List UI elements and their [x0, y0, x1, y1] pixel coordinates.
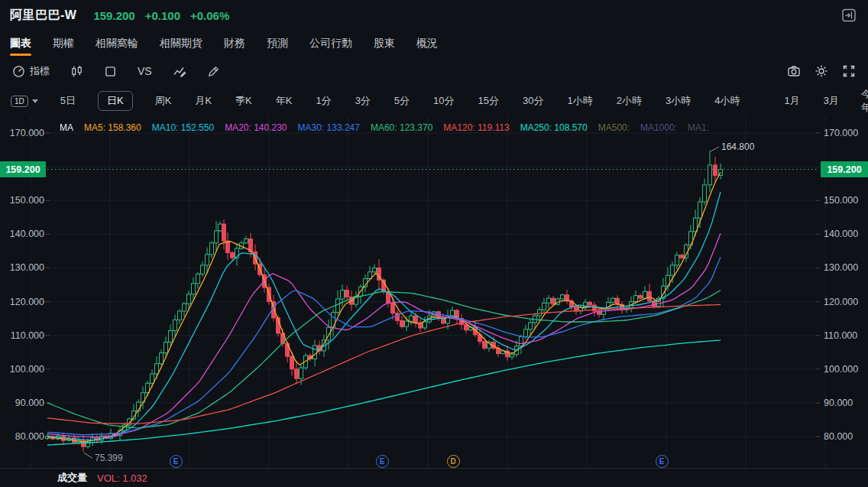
square-icon	[104, 65, 117, 78]
timeframe-5日[interactable]: 5日	[59, 91, 77, 111]
ma-legend-MA1: MA1:	[688, 122, 709, 133]
price-axis-label: 100.000	[824, 363, 858, 375]
chart-edit-icon	[173, 64, 186, 78]
tab-相關期貨[interactable]: 相關期貨	[160, 31, 202, 57]
price-axis-label: 120.000	[0, 296, 44, 308]
price-change-percent: +0.06%	[190, 9, 229, 22]
screenshot-button[interactable]	[787, 64, 801, 78]
event-marker-d[interactable]: D	[447, 455, 460, 468]
fullscreen-button[interactable]	[842, 64, 856, 78]
timeframe-4小時[interactable]: 4小時	[713, 91, 741, 111]
compare-button[interactable]: VS	[138, 65, 152, 77]
quote: 159.200 +0.100 +0.06%	[93, 9, 229, 22]
price-axis-label: 150.000	[824, 194, 858, 206]
ma-legend-MA120: MA120: 119.113	[443, 122, 509, 133]
timeframe-年K[interactable]: 年K	[274, 91, 294, 111]
candlestick-icon	[70, 65, 83, 78]
tab-財務[interactable]: 財務	[224, 31, 245, 57]
timeframe-10分[interactable]: 10分	[432, 91, 455, 111]
chart-canvas[interactable]: 164.80075.399	[0, 116, 868, 468]
header: 阿里巴巴-W 159.200 +0.100 +0.06%	[0, 0, 868, 31]
collapse-panel-icon[interactable]	[840, 7, 857, 24]
timeframe-今年[interactable]: 今年	[861, 87, 868, 115]
tab-公司行動[interactable]: 公司行動	[309, 31, 352, 57]
layout-button[interactable]	[104, 65, 117, 78]
tab-圖表[interactable]: 圖表	[10, 31, 31, 57]
ma-legend-MA1000: MA1000:	[640, 122, 677, 133]
low-price-label: 75.399	[95, 453, 123, 463]
pen-icon	[207, 65, 220, 78]
tab-概況[interactable]: 概況	[416, 31, 438, 57]
chart-toolbar: 指標 VS	[0, 57, 868, 86]
timeframe-季K[interactable]: 季K	[234, 91, 254, 111]
price-axis-label: 130.000	[0, 261, 44, 274]
event-marker-e[interactable]: E	[170, 455, 183, 468]
timeframe-1分[interactable]: 1分	[314, 91, 332, 111]
high-price-label: 164.800	[721, 141, 755, 152]
timeframe-3月[interactable]: 3月	[822, 91, 840, 111]
price-axis-label: 80.000	[824, 430, 853, 443]
price-axis-label: 120.000	[824, 296, 858, 308]
ma60-line	[47, 291, 721, 428]
gauge-icon	[12, 65, 25, 78]
current-price-badge: 159.200	[0, 161, 46, 177]
price-axis-label: 110.000	[0, 330, 44, 342]
stock-title: 阿里巴巴-W	[10, 8, 76, 24]
ma-legend-MA20: MA20: 140.230	[225, 122, 287, 133]
price-axis-label: 80.000	[0, 430, 44, 443]
chevron-down-icon	[32, 99, 38, 103]
volume-value: VOL: 1.032	[97, 472, 147, 484]
last-price: 159.200	[93, 9, 134, 22]
candlestick-series	[46, 151, 723, 452]
tab-股東[interactable]: 股東	[374, 31, 395, 57]
current-price-badge: 159.200	[821, 161, 868, 177]
chart-annotate-button[interactable]	[173, 64, 186, 78]
price-axis-label: 150.000	[0, 194, 44, 206]
chart-area: 164.80075.399 MAMA5: 158.360MA10: 152.55…	[0, 116, 868, 468]
price-axis-label: 140.000	[824, 228, 858, 240]
tab-預測[interactable]: 預測	[267, 31, 288, 57]
candle-style-button[interactable]	[70, 65, 83, 78]
event-marker-e[interactable]: E	[376, 455, 389, 468]
tab-期權[interactable]: 期權	[53, 31, 74, 57]
price-axis-label: 140.000	[0, 228, 44, 240]
timeframe-bar: 1D 5日日K周K月K季K年K1分3分5分10分15分30分1小時2小時3小時4…	[0, 86, 868, 116]
camera-icon	[787, 64, 801, 78]
period-dropdown[interactable]: 1D	[11, 96, 38, 107]
volume-pane-header: 成交量 VOL: 1.032	[0, 468, 868, 487]
price-axis-label: 90.000	[824, 397, 853, 409]
timeframe-1小時[interactable]: 1小時	[566, 91, 594, 111]
timeframe-日K[interactable]: 日K	[98, 91, 133, 111]
timeframe-周K[interactable]: 周K	[154, 91, 173, 111]
timeframe-2小時[interactable]: 2小時	[615, 91, 643, 111]
ma-legend: MAMA5: 158.360MA10: 152.550MA20: 140.230…	[60, 122, 709, 133]
tab-相關窩輪[interactable]: 相關窩輪	[96, 31, 138, 57]
timeframe-月K[interactable]: 月K	[193, 91, 213, 111]
ma-legend-MA30: MA30: 133.247	[298, 122, 360, 133]
ma-legend-MA10: MA10: 152.550	[152, 122, 214, 133]
price-change: +0.100	[145, 9, 180, 22]
price-axis-label: 130.000	[824, 261, 858, 274]
vs-label: VS	[138, 65, 152, 77]
timeframe-15分[interactable]: 15分	[477, 91, 500, 111]
active-tab-underline	[10, 54, 31, 56]
price-axis-label: 170.000	[824, 127, 858, 139]
timeframe-3小時[interactable]: 3小時	[664, 91, 692, 111]
ma-legend-MA250: MA250: 108.570	[520, 122, 588, 133]
price-axis-label: 110.000	[824, 330, 857, 342]
event-marker-e[interactable]: E	[656, 455, 669, 468]
fullscreen-icon	[842, 64, 856, 78]
gear-icon	[815, 64, 828, 78]
timeframe-5分[interactable]: 5分	[393, 91, 411, 111]
settings-button[interactable]	[815, 64, 828, 78]
indicator-button[interactable]: 指標	[12, 64, 50, 78]
timeframe-3分[interactable]: 3分	[354, 91, 372, 111]
timeframe-30分[interactable]: 30分	[521, 91, 545, 111]
grid	[31, 116, 825, 468]
tab-bar: 圖表期權相關窩輪相關期貨財務預測公司行動股東概況	[0, 31, 868, 57]
ma-legend-MA500: MA500:	[598, 122, 630, 133]
draw-button[interactable]	[207, 65, 220, 78]
volume-title: 成交量	[57, 471, 87, 485]
price-axis-label: 90.000	[0, 397, 44, 409]
timeframe-1月[interactable]: 1月	[782, 91, 801, 111]
